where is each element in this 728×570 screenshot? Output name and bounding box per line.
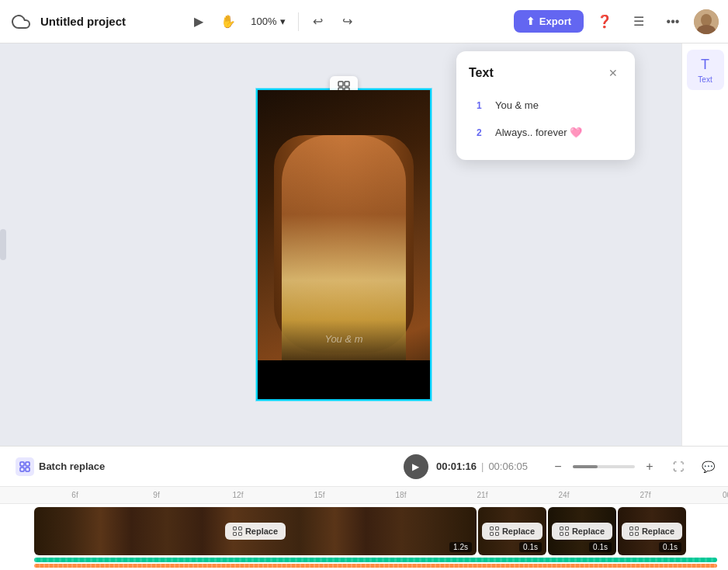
clip-replace-button-2[interactable]: Replace bbox=[552, 523, 612, 540]
clip-replace-button-3[interactable]: Replace bbox=[622, 523, 682, 540]
clip-duration-1: 0.1s bbox=[519, 542, 542, 552]
text-panel-header: Text ✕ bbox=[469, 64, 622, 82]
svg-rect-26 bbox=[635, 533, 638, 536]
avatar[interactable] bbox=[694, 9, 719, 34]
svg-rect-24 bbox=[635, 527, 638, 530]
layers-button[interactable]: ☰ bbox=[626, 9, 652, 35]
ruler-mark-9f: 9f bbox=[116, 491, 197, 499]
audio-waveform-orange bbox=[34, 564, 717, 568]
transcript-button[interactable]: 💬 bbox=[697, 456, 719, 478]
play-button[interactable]: ▶ bbox=[404, 454, 428, 479]
zoom-out-button[interactable]: − bbox=[548, 457, 568, 477]
export-button[interactable]: ⬆ Export bbox=[514, 10, 584, 33]
svg-rect-17 bbox=[490, 533, 493, 536]
svg-rect-11 bbox=[233, 527, 236, 530]
svg-rect-21 bbox=[560, 533, 563, 536]
video-canvas[interactable]: You & m bbox=[258, 90, 430, 399]
svg-rect-23 bbox=[629, 527, 633, 530]
clip-duration-3: 0.1s bbox=[659, 542, 681, 552]
text-panel: Text ✕ 1 You & me 2 Always.. forever 🩷 bbox=[456, 51, 635, 160]
video-track: Replace 1.2s Repl bbox=[0, 507, 728, 555]
fullscreen-button[interactable]: ⛶ bbox=[667, 456, 689, 478]
zoom-in-button[interactable]: + bbox=[640, 457, 660, 477]
svg-rect-7 bbox=[20, 462, 24, 466]
svg-rect-22 bbox=[565, 533, 568, 536]
pan-tool-button[interactable]: ✋ bbox=[215, 9, 241, 35]
clip-replace-label-main: Replace bbox=[245, 527, 278, 536]
zoom-control[interactable]: 100% ▾ bbox=[244, 12, 291, 30]
ruler-mark-00: 00 bbox=[686, 491, 728, 499]
canvas-area: You & m Text ✕ 1 You & me 2 Always.. for… bbox=[6, 43, 681, 446]
export-label: Export bbox=[539, 16, 571, 27]
ruler-marks: 6f 9f 12f 15f 18f 21f 24f 27f 00 bbox=[34, 491, 728, 499]
clip-replace-button-main[interactable]: Replace bbox=[225, 523, 286, 540]
text-panel-close-button[interactable]: ✕ bbox=[604, 64, 622, 82]
left-panel bbox=[0, 43, 6, 446]
svg-rect-16 bbox=[495, 527, 498, 530]
zoom-slider-fill bbox=[573, 465, 598, 468]
left-panel-toggle[interactable] bbox=[0, 229, 6, 260]
svg-rect-8 bbox=[26, 462, 29, 466]
text-tool-button[interactable]: T Text bbox=[687, 50, 724, 90]
clip-replace-label-3: Replace bbox=[642, 527, 674, 536]
batch-replace-icon bbox=[16, 457, 34, 476]
ruler-mark-27f: 27f bbox=[605, 491, 686, 499]
clip-main[interactable]: Replace 1.2s bbox=[34, 507, 477, 555]
timeline-content: 6f 9f 12f 15f 18f 21f 24f 27f 00 bbox=[0, 487, 728, 570]
zoom-slider[interactable] bbox=[573, 465, 635, 468]
more-button[interactable]: ••• bbox=[660, 9, 686, 35]
help-button[interactable]: ❓ bbox=[591, 9, 618, 35]
svg-point-1 bbox=[701, 14, 712, 26]
zoom-chevron: ▾ bbox=[280, 16, 286, 27]
timeline-ruler: 6f 9f 12f 15f 18f 21f 24f 27f 00 bbox=[0, 487, 728, 504]
ruler-mark-15f: 15f bbox=[279, 491, 360, 499]
toolbar-tools: ▶ ✋ 100% ▾ ↩ ↪ bbox=[185, 9, 360, 35]
right-sidebar: T Text bbox=[681, 43, 728, 446]
svg-rect-20 bbox=[565, 527, 568, 530]
clip-2[interactable]: Replace 0.1s bbox=[548, 507, 616, 555]
clip-duration-main: 1.2s bbox=[449, 542, 472, 552]
app-logo[interactable] bbox=[9, 10, 33, 33]
undo-button[interactable]: ↩ bbox=[305, 9, 331, 35]
video-figure-element bbox=[282, 135, 406, 399]
ruler-mark-12f: 12f bbox=[197, 491, 279, 499]
time-total: 00:06:05 bbox=[488, 461, 528, 472]
text-panel-title: Text bbox=[469, 66, 494, 80]
audio-track-orange bbox=[34, 564, 717, 568]
timeline-section: Batch replace ▶ 00:01:16 | 00:06:05 − + … bbox=[0, 446, 728, 570]
select-tool-button[interactable]: ▶ bbox=[185, 9, 212, 35]
text-item-label-2: Always.. forever 🩷 bbox=[495, 127, 615, 138]
svg-rect-25 bbox=[629, 533, 633, 536]
svg-rect-3 bbox=[338, 82, 343, 86]
text-tool-label: Text bbox=[698, 75, 712, 84]
svg-rect-12 bbox=[238, 527, 241, 530]
video-text-overlay: You & m bbox=[324, 333, 362, 345]
clip-replace-button-1[interactable]: Replace bbox=[482, 523, 543, 540]
clip-replace-label-1: Replace bbox=[502, 527, 535, 536]
track-label bbox=[0, 507, 34, 555]
time-current: 00:01:16 bbox=[436, 461, 477, 472]
svg-rect-19 bbox=[560, 527, 563, 530]
text-item-num-2: 2 bbox=[477, 127, 487, 138]
svg-rect-10 bbox=[26, 467, 29, 471]
ruler-mark-21f: 21f bbox=[442, 491, 523, 499]
text-item-2[interactable]: 2 Always.. forever 🩷 bbox=[469, 120, 622, 144]
zoom-value: 100% bbox=[251, 16, 276, 27]
video-bottom-bar bbox=[258, 360, 430, 399]
clip-1[interactable]: Replace 0.1s bbox=[478, 507, 546, 555]
text-item-1[interactable]: 1 You & me bbox=[469, 93, 622, 117]
main-area: You & m Text ✕ 1 You & me 2 Always.. for… bbox=[0, 43, 728, 446]
clip-replace-label-2: Replace bbox=[572, 527, 605, 536]
clip-3[interactable]: Replace 0.1s bbox=[618, 507, 686, 555]
batch-replace-button[interactable]: Batch replace bbox=[9, 454, 111, 479]
redo-button[interactable]: ↪ bbox=[335, 9, 361, 35]
clip-duration-2: 0.1s bbox=[589, 542, 612, 552]
time-divider: | bbox=[481, 461, 484, 472]
video-preview: You & m bbox=[256, 89, 432, 401]
clips-row: Replace 1.2s Repl bbox=[34, 507, 686, 555]
ruler-mark-18f: 18f bbox=[360, 491, 442, 499]
svg-rect-14 bbox=[238, 533, 241, 536]
svg-rect-18 bbox=[495, 533, 498, 536]
batch-replace-label: Batch replace bbox=[39, 461, 105, 472]
ruler-mark-24f: 24f bbox=[523, 491, 605, 499]
